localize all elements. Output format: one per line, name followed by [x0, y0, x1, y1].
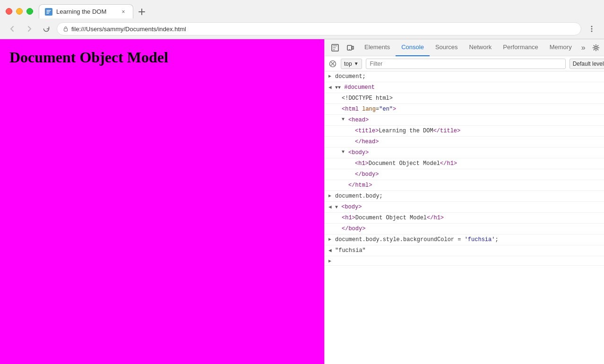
- main-area: Document Object Model Elements Console: [0, 39, 604, 364]
- clear-console-button[interactable]: [328, 60, 337, 68]
- console-line: </body>: [325, 224, 604, 234]
- minimize-window-button[interactable]: [16, 8, 23, 15]
- console-line: <h1>Document Object Model</h1>: [325, 158, 604, 169]
- title-bar: Learning the DOM ×: [0, 0, 604, 19]
- console-line[interactable]: document.body.style.backgroundColor = 'f…: [325, 234, 604, 245]
- tab-favicon: [45, 8, 52, 16]
- tab-sources[interactable]: Sources: [430, 39, 464, 56]
- forward-button[interactable]: [23, 22, 36, 35]
- console-line[interactable]: document;: [325, 71, 604, 82]
- console-line[interactable]: ▼ <body>: [325, 147, 604, 158]
- tab-bar: Learning the DOM ×: [39, 4, 598, 18]
- more-tabs-button[interactable]: »: [579, 43, 587, 52]
- svg-rect-9: [352, 46, 354, 49]
- collapse-arrow[interactable]: ◀: [328, 83, 335, 90]
- svg-point-11: [595, 46, 597, 49]
- lock-icon: [63, 26, 69, 32]
- console-line: <title>Learning the DOM</title>: [325, 126, 604, 137]
- tab-performance[interactable]: Performance: [497, 39, 544, 56]
- tab-memory[interactable]: Memory: [544, 39, 578, 56]
- address-bar-row: file:///Users/sammy/Documents/index.html: [0, 19, 604, 39]
- browser-tab[interactable]: Learning the DOM ×: [39, 4, 133, 18]
- tab-console[interactable]: Console: [396, 39, 430, 56]
- back-button[interactable]: [6, 22, 19, 35]
- close-window-button[interactable]: [6, 8, 12, 15]
- browser-chrome: Learning the DOM × file:///Users/samm: [0, 0, 604, 39]
- refresh-button[interactable]: [40, 22, 53, 35]
- devtools-actions: [589, 41, 604, 54]
- tab-title: Learning the DOM: [56, 8, 116, 15]
- log-levels-selector[interactable]: Default levels ▼: [569, 59, 604, 69]
- svg-rect-3: [64, 28, 68, 31]
- traffic-lights: [6, 8, 33, 15]
- console-line: <!DOCTYPE html>: [325, 93, 604, 104]
- devtools-settings-button[interactable]: [589, 41, 603, 54]
- device-toolbar-button[interactable]: [344, 41, 357, 54]
- expand-arrow[interactable]: [328, 72, 335, 79]
- console-filter-input[interactable]: [366, 59, 566, 69]
- devtools-header: Elements Console Sources Network Perform…: [325, 39, 604, 56]
- more-options-button[interactable]: [585, 22, 598, 35]
- console-line[interactable]: ◀ ▼ <body>: [325, 202, 604, 213]
- svg-point-10: [349, 49, 350, 50]
- inspect-element-button[interactable]: [328, 41, 342, 54]
- devtools-tabs: Elements Console Sources Network Perform…: [359, 39, 578, 56]
- svg-point-5: [591, 28, 593, 30]
- svg-point-4: [591, 26, 593, 27]
- maximize-window-button[interactable]: [26, 8, 33, 15]
- console-line[interactable]: document.body;: [325, 191, 604, 202]
- context-selector[interactable]: top ▼: [341, 59, 362, 69]
- address-bar[interactable]: file:///Users/sammy/Documents/index.html: [57, 22, 581, 35]
- devtools-panel: Elements Console Sources Network Perform…: [324, 39, 604, 364]
- browser-window: Learning the DOM × file:///Users/samm: [0, 0, 604, 364]
- console-line: </html>: [325, 180, 604, 191]
- console-line: <html lang="en">: [325, 104, 604, 115]
- svg-point-6: [591, 31, 593, 32]
- svg-rect-2: [141, 9, 142, 15]
- console-line: </body>: [325, 169, 604, 180]
- console-line[interactable]: ▼ <head>: [325, 115, 604, 126]
- page-heading: Document Object Model: [9, 49, 168, 66]
- console-input-prompt[interactable]: [325, 256, 604, 266]
- tab-elements[interactable]: Elements: [359, 39, 396, 56]
- console-toolbar: top ▼ Default levels ▼: [325, 56, 604, 71]
- tab-network[interactable]: Network: [464, 39, 498, 56]
- console-line[interactable]: ◀ ▼ #document: [325, 82, 604, 93]
- console-line: <h1>Document Object Model</h1>: [325, 213, 604, 224]
- console-line: </head>: [325, 137, 604, 147]
- page-content: Document Object Model: [0, 39, 324, 364]
- console-line[interactable]: ◀ "fuchsia": [325, 245, 604, 256]
- url-text: file:///Users/sammy/Documents/index.html: [71, 26, 186, 33]
- tab-close-button[interactable]: ×: [120, 8, 127, 16]
- console-output: document; ◀ ▼ #document <!DOCTYPE html> …: [325, 71, 604, 364]
- new-tab-button[interactable]: [135, 5, 148, 18]
